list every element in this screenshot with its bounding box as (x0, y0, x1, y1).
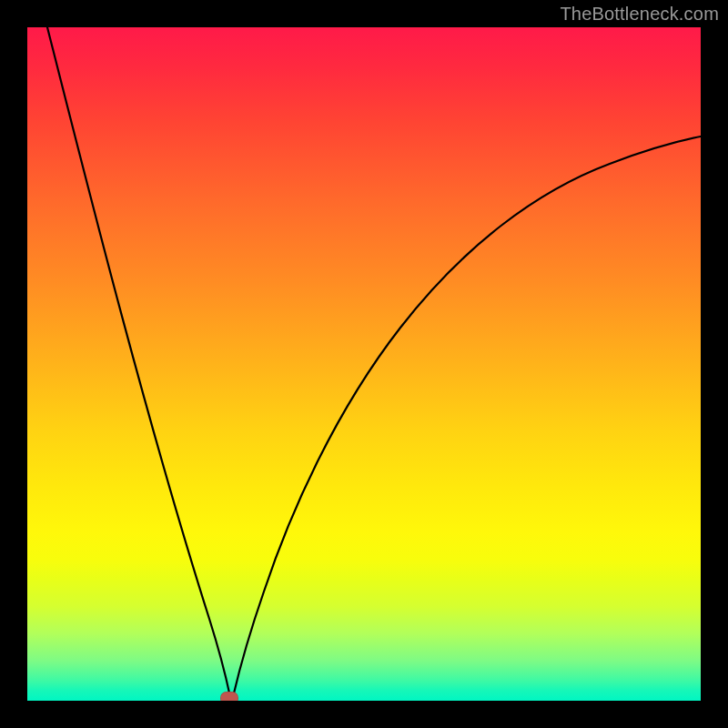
curve-left (47, 27, 230, 697)
chart-frame: TheBottleneck.com (0, 0, 728, 728)
plot-area (27, 27, 701, 701)
curve-right (233, 136, 701, 697)
watermark-label: TheBottleneck.com (560, 4, 719, 25)
minimum-marker (220, 692, 238, 701)
bottleneck-curve (27, 27, 701, 701)
